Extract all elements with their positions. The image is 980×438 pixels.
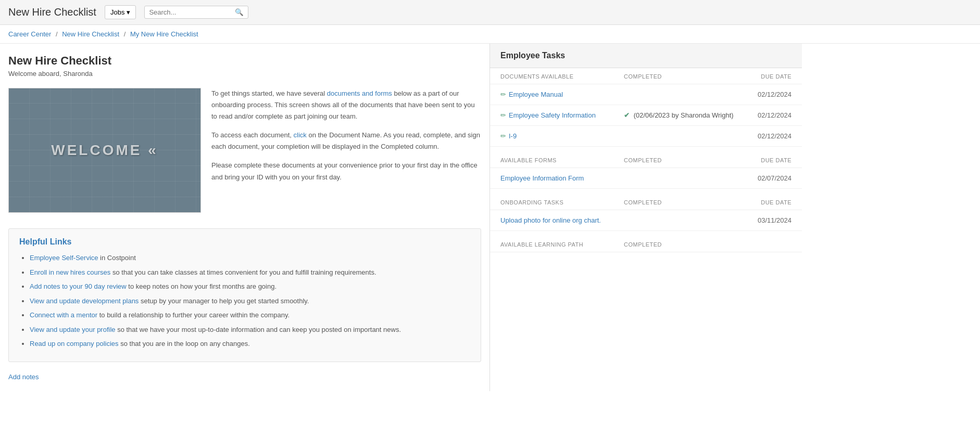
link-suffix: so that you can take classes at times co… — [110, 268, 376, 276]
doc-completed-cell — [613, 84, 746, 105]
doc-name-cell: ✏ Employee Safety Information — [490, 105, 613, 126]
employee-safety-link[interactable]: ✏ Employee Safety Information — [500, 111, 603, 119]
link-suffix: in Costpoint — [98, 254, 136, 262]
right-panel: Employee Tasks DOCUMENTS AVAILABLE COMPL… — [489, 44, 802, 391]
main-container: New Hire Checklist Welcome aboard, Sharo… — [0, 44, 980, 391]
list-item: Connect with a mentor to build a relatio… — [30, 310, 470, 320]
employee-manual-link[interactable]: ✏ Employee Manual — [500, 91, 603, 98]
form-due-date-cell: 02/07/2024 — [746, 168, 802, 189]
forms-due-date-header: DUE DATE — [746, 147, 802, 168]
upload-photo-link[interactable]: Upload photo for online org chart. — [500, 216, 603, 224]
employee-tasks-header: Employee Tasks — [490, 44, 802, 68]
doc-name-cell: ✏ I-9 — [490, 126, 613, 147]
documents-available-header: DOCUMENTS AVAILABLE — [490, 68, 613, 84]
employee-self-service-link[interactable]: Employee Self-Service — [30, 254, 98, 262]
jobs-dropdown-button[interactable]: Jobs ▾ — [105, 5, 136, 19]
doc-due-date-cell: 02/12/2024 — [746, 105, 802, 126]
list-item: Add notes to your 90 day review to keep … — [30, 281, 470, 292]
doc-completed-cell: ✔ (02/06/2023 by Sharonda Wright) — [613, 105, 746, 126]
onboarding-due-date-cell: 03/11/2024 — [746, 210, 802, 231]
list-item: Enroll in new hires courses so that you … — [30, 267, 470, 278]
welcome-text: Welcome aboard, Sharonda — [8, 70, 481, 78]
employee-safety-label: Employee Safety Information — [509, 111, 596, 119]
onboarding-tasks-header: ONBOARDING TASKS — [490, 189, 613, 210]
list-item: Read up on company policies so that you … — [30, 339, 470, 349]
tasks-table: DOCUMENTS AVAILABLE COMPLETED DUE DATE ✏… — [490, 68, 802, 252]
header: New Hire Checklist Jobs ▾ 🔍 — [0, 0, 980, 25]
documents-header-row: DOCUMENTS AVAILABLE COMPLETED DUE DATE — [490, 68, 802, 84]
table-row: ✏ I-9 02/12/2024 — [490, 126, 802, 147]
content-block: WELCOME « To get things started, we have… — [8, 88, 481, 213]
table-row: Upload photo for online org chart. 03/11… — [490, 210, 802, 231]
left-panel: New Hire Checklist Welcome aboard, Sharo… — [0, 44, 489, 391]
breadcrumb-career-center[interactable]: Career Center — [8, 30, 51, 38]
link-suffix: to build a relationship to further your … — [97, 311, 290, 319]
onboarding-completed-header: COMPLETED — [613, 189, 746, 210]
doc-due-date-cell: 02/12/2024 — [746, 84, 802, 105]
development-plans-link[interactable]: View and update development plans — [30, 297, 139, 305]
company-policies-link[interactable]: Read up on company policies — [30, 340, 119, 347]
add-notes-link[interactable]: Add notes to your 90 day review — [30, 282, 127, 290]
helpful-links-list: Employee Self-Service in Costpoint Enrol… — [19, 253, 470, 349]
pencil-icon: ✏ — [500, 132, 506, 140]
employee-info-form-link[interactable]: Employee Information Form — [500, 174, 603, 182]
search-container: 🔍 — [144, 6, 248, 19]
breadcrumb-new-hire-checklist[interactable]: New Hire Checklist — [62, 30, 119, 38]
forms-header-row: AVAILABLE FORMS COMPLETED DUE DATE — [490, 147, 802, 168]
welcome-image-inner: WELCOME « — [9, 88, 200, 212]
pencil-icon: ✏ — [500, 91, 506, 98]
link-suffix: so that we have your most up-to-date inf… — [116, 326, 401, 333]
list-item: Employee Self-Service in Costpoint — [30, 253, 470, 263]
search-input[interactable] — [149, 8, 235, 16]
intro-paragraph-2: To access each document, click on the Do… — [211, 130, 481, 152]
table-row: ✏ Employee Manual 02/12/2024 — [490, 84, 802, 105]
i9-link[interactable]: ✏ I-9 — [500, 132, 603, 140]
doc-name-cell: ✏ Employee Manual — [490, 84, 613, 105]
list-item: View and update your profile so that we … — [30, 325, 470, 335]
available-forms-header: AVAILABLE FORMS — [490, 147, 613, 168]
onboarding-header-row: ONBOARDING TASKS COMPLETED DUE DATE — [490, 189, 802, 210]
forms-completed-header: COMPLETED — [613, 147, 746, 168]
doc-completed-cell — [613, 126, 746, 147]
employee-manual-label: Employee Manual — [509, 91, 563, 98]
link-suffix: so that you are in the loop on any chang… — [119, 340, 250, 347]
learning-completed-header: COMPLETED — [613, 231, 802, 252]
intro-paragraph-3: Please complete these documents at your … — [211, 160, 481, 183]
breadcrumb-separator-1: / — [56, 30, 59, 38]
breadcrumb-separator-2: / — [124, 30, 128, 38]
form-completed-cell — [613, 168, 746, 189]
employee-tasks-title: Employee Tasks — [500, 51, 565, 60]
search-button[interactable]: 🔍 — [235, 8, 244, 16]
search-icon: 🔍 — [235, 8, 244, 16]
table-row: Employee Information Form 02/07/2024 — [490, 168, 802, 189]
intro-text: To get things started, we have several d… — [211, 88, 481, 213]
page-title: New Hire Checklist — [8, 54, 481, 68]
enroll-courses-link[interactable]: Enroll in new hires courses — [30, 268, 110, 276]
helpful-links-title: Helpful Links — [19, 237, 470, 247]
documents-due-date-header: DUE DATE — [746, 68, 802, 84]
breadcrumb-my-checklist[interactable]: My New Hire Checklist — [130, 30, 198, 38]
chevron-down-icon: ▾ — [127, 8, 130, 16]
learning-header-row: AVAILABLE LEARNING PATH COMPLETED — [490, 231, 802, 252]
learning-path-header: AVAILABLE LEARNING PATH — [490, 231, 613, 252]
add-notes-link[interactable]: Add notes — [8, 373, 39, 381]
click-link[interactable]: click — [294, 131, 307, 139]
link-suffix: to keep notes on how your first months a… — [127, 282, 277, 290]
mentor-link[interactable]: Connect with a mentor — [30, 311, 97, 319]
intro-paragraph-1: To get things started, we have several d… — [211, 88, 481, 122]
link-suffix: setup by your manager to help you get st… — [139, 297, 309, 305]
pencil-icon: ✏ — [500, 111, 506, 119]
app-title: New Hire Checklist — [8, 6, 96, 18]
jobs-label: Jobs — [110, 8, 124, 16]
upload-photo-label: Upload photo for online org chart. — [500, 216, 601, 224]
i9-label: I-9 — [509, 132, 517, 140]
update-profile-link[interactable]: View and update your profile — [30, 326, 116, 333]
onboarding-due-date-header: DUE DATE — [746, 189, 802, 210]
completed-by-text: (02/06/2023 by Sharonda Wright) — [634, 111, 734, 119]
form-name-cell: Employee Information Form — [490, 168, 613, 189]
documents-completed-header: COMPLETED — [613, 68, 746, 84]
list-item: View and update development plans setup … — [30, 296, 470, 306]
documents-forms-link[interactable]: documents and forms — [327, 89, 392, 97]
doc-due-date-cell: 02/12/2024 — [746, 126, 802, 147]
onboarding-task-cell: Upload photo for online org chart. — [490, 210, 613, 231]
